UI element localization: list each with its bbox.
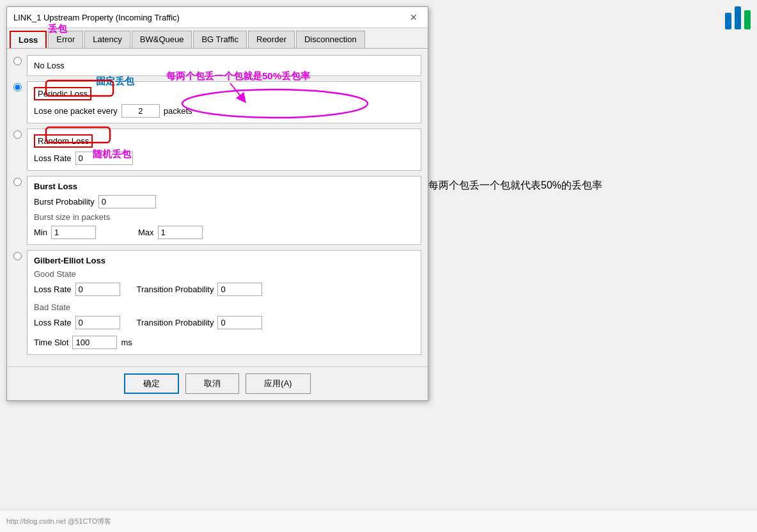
burst-probability-input[interactable] bbox=[98, 195, 156, 208]
no-loss-label: No Loss bbox=[34, 61, 65, 70]
burst-loss-radio[interactable] bbox=[13, 178, 22, 186]
burst-loss-box: Burst Loss Burst Probability Burst size … bbox=[27, 176, 421, 245]
tab-bar: Loss Error Latency BW&Queue BG Traffic R… bbox=[7, 28, 428, 49]
time-slot-input[interactable] bbox=[72, 336, 117, 349]
good-loss-rate-label: Loss Rate bbox=[34, 285, 72, 294]
tab-bwqueue[interactable]: BW&Queue bbox=[132, 31, 192, 48]
time-slot-unit: ms bbox=[121, 338, 132, 347]
tab-latency[interactable]: Latency bbox=[84, 31, 130, 48]
periodic-loss-value-input[interactable] bbox=[121, 104, 160, 118]
random-loss-rate-label: Loss Rate bbox=[34, 153, 72, 163]
burst-max-label: Max bbox=[138, 228, 154, 237]
random-loss-value-input[interactable] bbox=[75, 152, 133, 165]
title-bar: LINK_1 Upstream Property (Incoming Traff… bbox=[7, 7, 428, 28]
periodic-loss-box: Periodic Loss Lose one packet every pack… bbox=[27, 81, 421, 123]
burst-probability-label: Burst Probability bbox=[34, 197, 95, 207]
bad-loss-rate-input[interactable] bbox=[75, 316, 120, 329]
dialog-footer: 确定 取消 应用(A) bbox=[7, 366, 428, 400]
bad-loss-rate-label: Loss Rate bbox=[34, 318, 72, 327]
logo bbox=[725, 6, 751, 31]
burst-size-label: Burst size in packets bbox=[34, 212, 414, 222]
tab-loss[interactable]: Loss bbox=[10, 31, 47, 48]
status-text: http://blog.csdn.net @51CTO博客 bbox=[6, 517, 111, 526]
random-loss-box: Random Loss Loss Rate bbox=[27, 129, 421, 171]
tab-error[interactable]: Error bbox=[48, 31, 83, 48]
tab-disconnection[interactable]: Disconnection bbox=[296, 31, 365, 48]
random-loss-field-row: Loss Rate bbox=[34, 152, 414, 165]
burst-min-input[interactable] bbox=[51, 226, 96, 239]
cancel-button[interactable]: 取消 bbox=[185, 373, 239, 394]
good-state-section: Good State Loss Rate Transition Probabil… bbox=[34, 269, 414, 296]
close-button[interactable]: ✕ bbox=[406, 11, 421, 24]
burst-loss-row: Burst Loss Burst Probability Burst size … bbox=[13, 176, 421, 245]
random-loss-label: Random Loss bbox=[34, 134, 93, 148]
random-loss-radio[interactable] bbox=[13, 130, 22, 139]
dialog-title: LINK_1 Upstream Property (Incoming Traff… bbox=[13, 13, 180, 22]
bad-state-row: Loss Rate Transition Probability bbox=[34, 316, 414, 329]
periodic-loss-radio[interactable] bbox=[13, 83, 22, 91]
packets-label: packets bbox=[164, 106, 192, 116]
tab-reorder[interactable]: Reorder bbox=[248, 31, 295, 48]
burst-loss-title: Burst Loss bbox=[34, 182, 414, 191]
gilbert-loss-title: Gilbert-Elliot Loss bbox=[34, 256, 414, 265]
periodic-loss-row: Periodic Loss Lose one packet every pack… bbox=[13, 81, 421, 123]
gilbert-loss-row: Gilbert-Elliot Loss Good State Loss Rate… bbox=[13, 250, 421, 355]
good-loss-rate-input[interactable] bbox=[75, 283, 120, 296]
gilbert-loss-radio[interactable] bbox=[13, 252, 22, 260]
apply-button[interactable]: 应用(A) bbox=[246, 373, 310, 394]
svg-rect-0 bbox=[725, 13, 731, 29]
periodic-loss-label: Periodic Loss bbox=[34, 87, 91, 100]
time-slot-row: Time Slot ms bbox=[34, 336, 414, 349]
ok-button[interactable]: 确定 bbox=[124, 373, 179, 394]
time-slot-label: Time Slot bbox=[34, 338, 68, 347]
burst-max-input[interactable] bbox=[158, 226, 203, 239]
svg-rect-2 bbox=[744, 10, 751, 29]
annotation-right: 每两个包丢一个包就代表50%的丢包率 bbox=[428, 179, 602, 192]
lose-every-label: Lose one packet every bbox=[34, 106, 118, 116]
status-bar: http://blog.csdn.net @51CTO博客 bbox=[0, 510, 757, 532]
burst-min-label: Min bbox=[34, 228, 47, 237]
burst-minmax-row: Min Max bbox=[34, 226, 414, 239]
bad-state-section: Bad State Loss Rate Transition Probabili… bbox=[34, 302, 414, 329]
bad-transition-label: Transition Probability bbox=[137, 318, 214, 327]
no-loss-box: No Loss bbox=[27, 55, 421, 76]
bad-state-label: Bad State bbox=[34, 302, 414, 312]
no-loss-radio[interactable] bbox=[13, 57, 22, 65]
bad-transition-input[interactable] bbox=[217, 316, 262, 329]
good-transition-input[interactable] bbox=[217, 283, 262, 296]
tab-bgtraffic[interactable]: BG Traffic bbox=[193, 31, 247, 48]
dialog-window: LINK_1 Upstream Property (Incoming Traff… bbox=[6, 6, 428, 401]
dialog-content: No Loss Periodic Loss Lose one packet ev… bbox=[7, 49, 428, 366]
no-loss-row: No Loss bbox=[13, 55, 421, 76]
gilbert-loss-box: Gilbert-Elliot Loss Good State Loss Rate… bbox=[27, 250, 421, 355]
svg-rect-1 bbox=[735, 6, 741, 29]
good-transition-label: Transition Probability bbox=[137, 285, 214, 294]
burst-probability-row: Burst Probability bbox=[34, 195, 414, 208]
good-state-row: Loss Rate Transition Probability bbox=[34, 283, 414, 296]
burst-size-section: Burst size in packets Min Max bbox=[34, 212, 414, 239]
periodic-loss-field-row: Lose one packet every packets bbox=[34, 104, 414, 118]
random-loss-row: Random Loss Loss Rate bbox=[13, 129, 421, 171]
good-state-label: Good State bbox=[34, 269, 414, 279]
